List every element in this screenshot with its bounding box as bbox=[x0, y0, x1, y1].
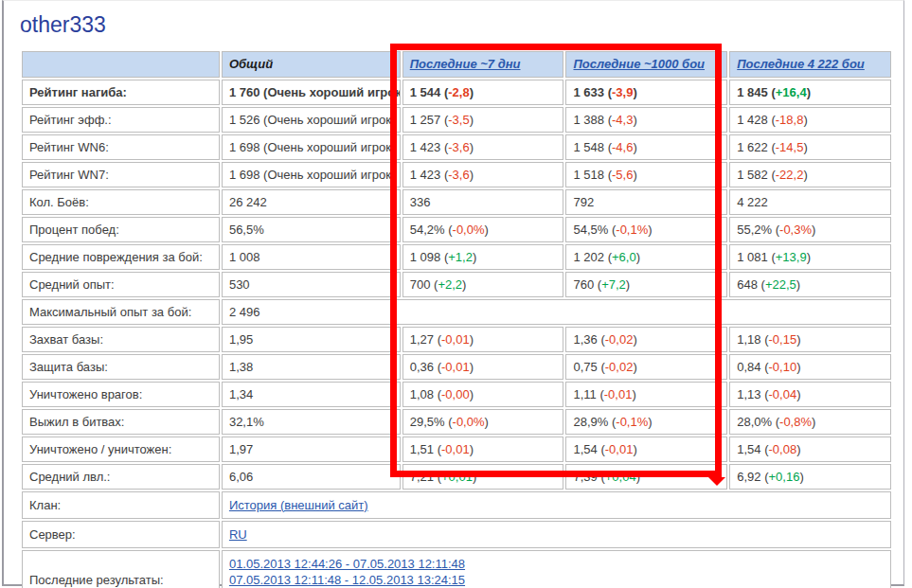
stat-cell: 1 423 (-3,6) bbox=[402, 162, 564, 187]
column-header-link[interactable]: Последние ~7 дни bbox=[410, 57, 521, 71]
stat-value: 1 845 bbox=[737, 85, 768, 99]
stat-value: 1 008 bbox=[229, 250, 260, 264]
stat-value: 1 257 bbox=[410, 113, 441, 127]
row-label: Клан: bbox=[22, 491, 220, 519]
stat-value: 1,38 bbox=[229, 360, 253, 374]
stat-value: 56,5% bbox=[229, 223, 264, 237]
stat-value: 1 081 bbox=[737, 250, 768, 264]
stat-value: 0,36 bbox=[410, 360, 434, 374]
stat-delta: -4,3 bbox=[612, 113, 633, 127]
header-row: ОбщийПоследние ~7 дниПоследние ~1000 бои… bbox=[22, 51, 891, 78]
table-row: Сервер:RU bbox=[22, 521, 891, 548]
stat-cell: 7,21 (+0,01) bbox=[402, 464, 564, 490]
stat-cell: 1 081 (+13,9) bbox=[729, 244, 891, 270]
row-label: Процент побед: bbox=[22, 217, 220, 242]
stat-value: 792 bbox=[573, 195, 594, 209]
stat-delta: +22,5 bbox=[765, 277, 796, 292]
stat-delta: -0,02 bbox=[605, 360, 634, 374]
stat-cell: 1 423 (-3,6) bbox=[402, 134, 564, 160]
stat-value: 1,18 bbox=[737, 332, 760, 347]
stat-value: 0,84 bbox=[737, 360, 760, 374]
stat-cell: 1 698 (Очень хороший игрок) bbox=[222, 134, 401, 160]
stat-delta: +0,16 bbox=[769, 470, 800, 484]
stat-delta: +0,04 bbox=[605, 470, 636, 484]
stat-value: 336 bbox=[410, 195, 431, 209]
stat-delta: -4,6 bbox=[612, 140, 633, 154]
stat-cell: 1,54 (-0,01) bbox=[565, 437, 727, 462]
stat-delta: -18,8 bbox=[776, 113, 804, 127]
stats-table: ОбщийПоследние ~7 дниПоследние ~1000 бои… bbox=[20, 49, 893, 588]
stat-value: 1 388 bbox=[573, 113, 604, 127]
stat-value: 54,2% bbox=[410, 223, 445, 237]
cell-link[interactable]: 07.05.2013 12:11:48 - 12.05.2013 13:24:1… bbox=[229, 572, 884, 588]
stat-value: 1,08 bbox=[410, 387, 434, 401]
row-label: Средний опыт: bbox=[22, 272, 220, 297]
stat-value: 4 222 bbox=[737, 195, 768, 209]
stat-delta: +13,9 bbox=[776, 250, 807, 264]
table-row: Рейтинг нагиба:1 760 (Очень хороший игро… bbox=[22, 80, 891, 105]
stat-value: 1 698 (Очень хороший игрок) bbox=[229, 140, 395, 154]
row-label: Сервер: bbox=[22, 521, 220, 548]
table-row: Последние результаты:01.05.2013 12:44:26… bbox=[22, 550, 891, 588]
stat-cell: 0,84 (-0,10) bbox=[729, 354, 891, 380]
cell-link[interactable]: История (внешний сайт) bbox=[229, 497, 884, 513]
stat-delta: -0,0% bbox=[453, 415, 485, 429]
stat-delta: -5,6 bbox=[612, 168, 633, 182]
cell-link[interactable]: 01.05.2013 12:44:26 - 07.05.2013 12:11:4… bbox=[229, 556, 884, 572]
stat-delta: -0,02 bbox=[605, 332, 634, 347]
stat-delta: +7,2 bbox=[601, 277, 626, 292]
cell-link[interactable]: RU bbox=[229, 526, 884, 543]
stat-value: 1 698 (Очень хороший игрок) bbox=[229, 168, 395, 182]
stat-value: 28,0% bbox=[737, 415, 772, 429]
table-row: Уничтожено врагов:1,341,08 (-0,00)1,11 (… bbox=[22, 382, 891, 407]
stat-delta: -0,01 bbox=[441, 360, 470, 374]
row-label: Выжил в битвах: bbox=[22, 409, 220, 435]
stat-cell: История (внешний сайт) bbox=[222, 491, 891, 519]
column-header-link[interactable]: Последние 4 222 бои bbox=[737, 57, 865, 71]
stat-cell: 1,11 (-0,01) bbox=[565, 382, 727, 407]
stat-value: 1 202 bbox=[573, 250, 604, 264]
column-header-link[interactable]: Последние ~1000 бои bbox=[573, 57, 705, 71]
stat-delta: +16,4 bbox=[776, 85, 807, 99]
stat-delta: +0,01 bbox=[441, 470, 473, 484]
stat-delta: -0,8% bbox=[779, 415, 812, 429]
stat-value: 6,92 bbox=[737, 470, 760, 484]
stat-cell: 6,06 bbox=[222, 464, 401, 490]
stat-value: 54,5% bbox=[573, 223, 608, 237]
stat-value: 28,9% bbox=[573, 415, 608, 429]
stat-cell: 1,36 (-0,02) bbox=[565, 327, 727, 352]
stat-delta: -3,6 bbox=[448, 140, 469, 154]
stat-value: 6,06 bbox=[229, 470, 253, 484]
stat-cell: 4 222 bbox=[729, 189, 891, 215]
stat-cell: 1 518 (-5,6) bbox=[565, 162, 727, 187]
stat-value: 1,51 bbox=[410, 442, 434, 456]
stat-delta: -0,01 bbox=[604, 387, 633, 401]
row-label: Максимальный опыт за бой: bbox=[22, 299, 220, 325]
stat-cell: 1 202 (+6,0) bbox=[565, 244, 727, 270]
row-label: Уничтожено / уничтожен: bbox=[22, 437, 220, 462]
row-label: Рейтинг нагиба: bbox=[22, 80, 220, 105]
row-label: Захват базы: bbox=[22, 327, 220, 352]
stat-value: 1 633 bbox=[573, 85, 604, 99]
stat-value: 1 526 (Очень хороший игрок) bbox=[229, 113, 395, 127]
stat-cell: 7,39 (+0,04) bbox=[565, 464, 727, 490]
stat-delta: -0,01 bbox=[441, 332, 470, 347]
table-row: Рейтинг эфф.:1 526 (Очень хороший игрок)… bbox=[22, 107, 891, 133]
stat-cell: 0,36 (-0,01) bbox=[402, 354, 564, 380]
stat-cell: 1 760 (Очень хороший игрок) bbox=[222, 80, 401, 105]
stat-delta: -0,01 bbox=[441, 442, 470, 456]
stat-cell: 1,13 (-0,04) bbox=[729, 382, 891, 407]
table-row: Захват базы:1,951,27 (-0,01)1,36 (-0,02)… bbox=[22, 327, 891, 352]
table-row: Защита базы:1,380,36 (-0,01)0,75 (-0,02)… bbox=[22, 354, 891, 380]
stat-value: 1 423 bbox=[410, 140, 441, 154]
stat-cell: 792 bbox=[565, 189, 727, 215]
stat-cell: 648 (+22,5) bbox=[729, 272, 891, 297]
stat-value: 55,2% bbox=[737, 223, 772, 237]
stat-cell: 1,18 (-0,15) bbox=[729, 327, 891, 352]
stat-delta: -3,9 bbox=[612, 85, 633, 99]
stat-value: 2 496 bbox=[229, 305, 260, 319]
stat-value: 1 760 (Очень хороший игрок) bbox=[229, 85, 401, 99]
stat-value: 648 bbox=[737, 277, 758, 292]
stat-cell: 530 bbox=[222, 272, 401, 297]
stat-delta: -0,04 bbox=[769, 387, 797, 401]
